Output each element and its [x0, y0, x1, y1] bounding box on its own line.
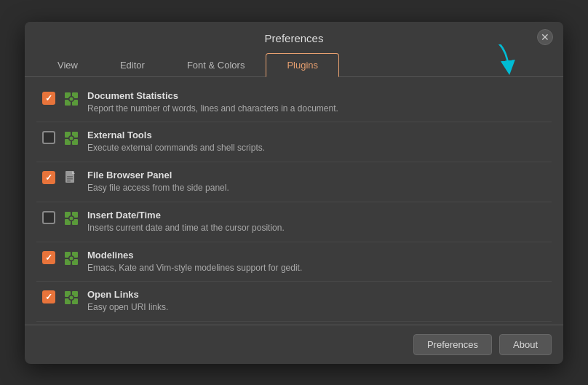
plugin-info-insert-date-time: Insert Date/TimeInserts current date and… — [87, 210, 546, 234]
svg-point-21 — [70, 216, 74, 220]
plugin-checkbox-open-links[interactable] — [42, 290, 55, 303]
footer: Preferences About — [25, 325, 563, 364]
list-item: Insert Date/TimeInserts current date and… — [36, 202, 552, 242]
plugin-info-file-browser-panel: File Browser PanelEasy file access from … — [87, 170, 546, 194]
plugin-name: Modelines — [87, 250, 546, 261]
plugin-description: Easy file access from the side panel. — [87, 182, 546, 194]
plugin-name: Open Links — [87, 289, 546, 300]
plugin-icon-document-statistics — [63, 90, 80, 108]
about-button[interactable]: About — [499, 334, 552, 355]
preferences-button[interactable]: Preferences — [413, 334, 492, 355]
plugin-name: Insert Date/Time — [87, 210, 546, 221]
plugin-checkbox-document-statistics[interactable] — [42, 92, 55, 105]
plugin-checkbox-file-browser-panel[interactable] — [42, 171, 55, 184]
plugin-description: Emacs, Kate and Vim-style modelines supp… — [87, 262, 546, 274]
svg-rect-14 — [67, 178, 73, 180]
plugin-description: Execute external commands and shell scri… — [87, 142, 546, 154]
plugin-info-document-statistics: Document StatisticsReport the number of … — [87, 90, 546, 115]
list-item: Document StatisticsReport the number of … — [36, 83, 552, 123]
plugin-name: Document Statistics — [87, 90, 546, 101]
plugin-name: File Browser Panel — [87, 170, 546, 180]
plugin-info-external-tools: External ToolsExecute external commands … — [87, 130, 546, 154]
plugin-info-open-links: Open LinksEasy open URI links. — [87, 289, 546, 314]
tab-plugins[interactable]: Plugins — [266, 53, 339, 77]
tab-editor[interactable]: Editor — [99, 53, 166, 76]
list-item: External ToolsExecute external commands … — [36, 122, 552, 162]
plugin-icon-file-browser-panel — [63, 170, 80, 187]
list-item: File Browser PanelEasy file access from … — [36, 162, 552, 202]
plugin-description: Inserts current date and time at the cur… — [87, 222, 546, 234]
tab-view[interactable]: View — [36, 53, 99, 76]
plugin-icon-modelines — [63, 250, 80, 267]
plugin-checkbox-external-tools[interactable] — [42, 131, 55, 144]
plugin-name: External Tools — [87, 130, 546, 140]
tab-bar: View Editor Font & Colors Plugins — [25, 53, 563, 77]
svg-rect-13 — [67, 176, 73, 178]
svg-point-33 — [70, 296, 74, 300]
list-item: ModelinesEmacs, Kate and Vim-style model… — [36, 242, 552, 282]
plugin-icon-open-links — [63, 289, 80, 306]
list-item: Open LinksEasy open URI links. — [36, 282, 552, 322]
plugin-checkbox-modelines[interactable] — [42, 251, 55, 264]
title-bar: Preferences ✕ — [25, 22, 563, 44]
plugin-description: Report the number of words, lines and ch… — [87, 103, 546, 115]
plugin-info-modelines: ModelinesEmacs, Kate and Vim-style model… — [87, 250, 546, 274]
plugin-list: Document StatisticsReport the number of … — [25, 77, 563, 325]
svg-rect-15 — [67, 180, 71, 182]
close-button[interactable]: ✕ — [537, 29, 553, 45]
preferences-dialog: Preferences ✕ View Editor Font & Colors … — [25, 22, 563, 364]
tab-font-colors[interactable]: Font & Colors — [166, 53, 266, 76]
svg-point-11 — [70, 137, 74, 140]
svg-point-5 — [70, 97, 74, 100]
plugin-icon-insert-date-time — [63, 210, 80, 227]
plugin-description: Easy open URI links. — [87, 301, 546, 314]
dialog-title: Preferences — [265, 32, 324, 44]
svg-point-27 — [70, 256, 74, 260]
plugin-icon-external-tools — [63, 130, 80, 147]
plugin-checkbox-insert-date-time[interactable] — [42, 211, 55, 224]
